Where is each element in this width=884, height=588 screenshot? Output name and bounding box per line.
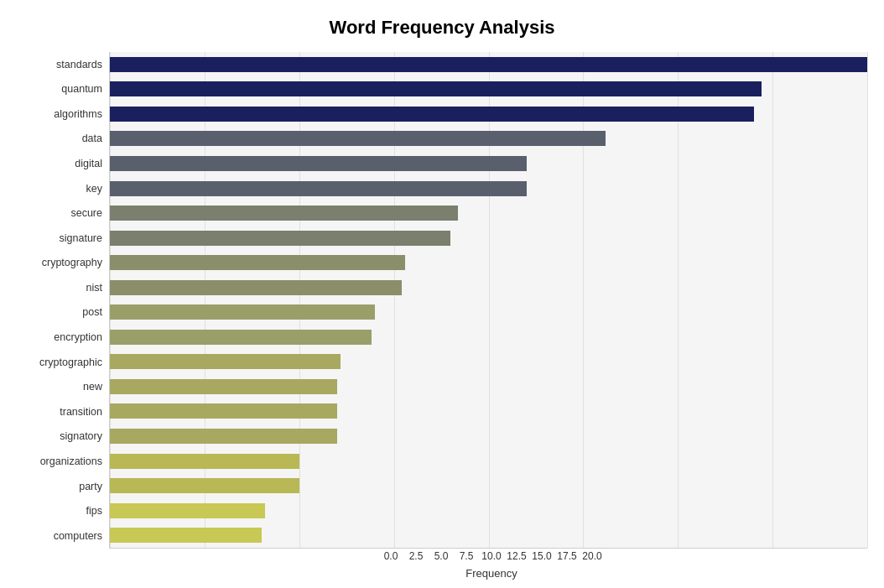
bar	[110, 304, 375, 320]
y-label: cryptographic	[39, 357, 102, 368]
bar	[110, 231, 450, 246]
bar	[110, 81, 762, 96]
y-label: encryption	[54, 332, 102, 343]
bar	[110, 57, 867, 72]
bar	[110, 429, 337, 444]
grid-line	[772, 52, 773, 548]
bar-row	[110, 278, 867, 297]
bar-row	[110, 476, 867, 495]
x-tick: 17.5	[554, 550, 580, 562]
bar	[110, 131, 606, 146]
y-label: computers	[54, 531, 102, 542]
bar	[110, 454, 299, 469]
x-ticks: 0.02.55.07.510.012.515.017.520.0	[378, 549, 605, 564]
bar-row	[110, 55, 867, 74]
bar	[110, 478, 299, 493]
y-label: transition	[60, 407, 102, 418]
bar-row	[110, 328, 867, 346]
y-label: party	[79, 481, 102, 492]
y-label: organizations	[40, 456, 102, 467]
x-tick: 15.0	[529, 550, 554, 562]
bar	[110, 379, 337, 394]
y-axis-labels: standardsquantumalgorithmsdatadigitalkey…	[17, 52, 109, 549]
bar-row	[110, 377, 867, 396]
grid-line	[678, 52, 679, 548]
x-tick: 10.0	[479, 550, 504, 562]
x-tick: 2.5	[403, 550, 429, 562]
grid-line	[867, 52, 868, 548]
bar-row	[110, 80, 867, 98]
x-tick: 7.5	[454, 550, 479, 562]
y-label: data	[82, 133, 102, 144]
y-label: cryptography	[42, 258, 102, 268]
bar-row	[110, 502, 867, 520]
grid-line	[583, 52, 584, 548]
bar-row	[110, 105, 867, 123]
grid-line	[205, 52, 205, 548]
bar	[110, 528, 262, 543]
bar-row	[110, 303, 867, 321]
y-label: fips	[86, 506, 102, 517]
x-axis: 0.02.55.07.510.012.515.017.520.0 Frequen…	[279, 549, 605, 580]
y-label: digital	[75, 159, 102, 169]
x-tick: 0.0	[378, 550, 403, 562]
bar	[110, 206, 458, 221]
x-tick: 20.0	[580, 550, 605, 562]
bar-row	[110, 180, 867, 198]
bars-area	[109, 52, 867, 549]
bar	[110, 156, 527, 171]
grid-line	[299, 52, 300, 548]
bar-row	[110, 204, 867, 222]
y-label: quantum	[61, 84, 102, 95]
bar-row	[110, 229, 867, 247]
bar-row	[110, 427, 867, 445]
x-axis-label: Frequency	[465, 567, 517, 580]
bar	[110, 403, 337, 419]
chart-title: Word Frequency Analysis	[330, 17, 555, 39]
y-label: key	[86, 184, 102, 195]
bar-row	[110, 526, 867, 544]
x-tick: 5.0	[429, 550, 454, 562]
y-label: signatory	[60, 431, 102, 442]
bar	[110, 503, 265, 518]
y-label: nist	[86, 283, 102, 294]
bar-row	[110, 129, 867, 148]
x-tick: 12.5	[504, 550, 529, 562]
bar	[110, 330, 372, 345]
y-label: post	[82, 307, 102, 318]
bar	[110, 255, 405, 270]
y-label: algorithms	[54, 109, 102, 120]
y-label: standards	[56, 60, 102, 70]
bar	[110, 107, 754, 122]
bar-row	[110, 352, 867, 371]
grid-line	[489, 52, 490, 548]
grid-line	[110, 52, 111, 548]
chart-container: standardsquantumalgorithmsdatadigitalkey…	[17, 52, 867, 549]
bar-row	[110, 154, 867, 173]
bar-row	[110, 452, 867, 471]
grid-line	[394, 52, 395, 548]
y-label: secure	[70, 208, 102, 219]
y-label: new	[83, 382, 102, 393]
bar	[110, 354, 341, 369]
bar	[110, 280, 402, 295]
bar	[110, 181, 527, 196]
bar-row	[110, 253, 867, 272]
bar-row	[110, 402, 867, 420]
y-label: signature	[60, 233, 102, 244]
